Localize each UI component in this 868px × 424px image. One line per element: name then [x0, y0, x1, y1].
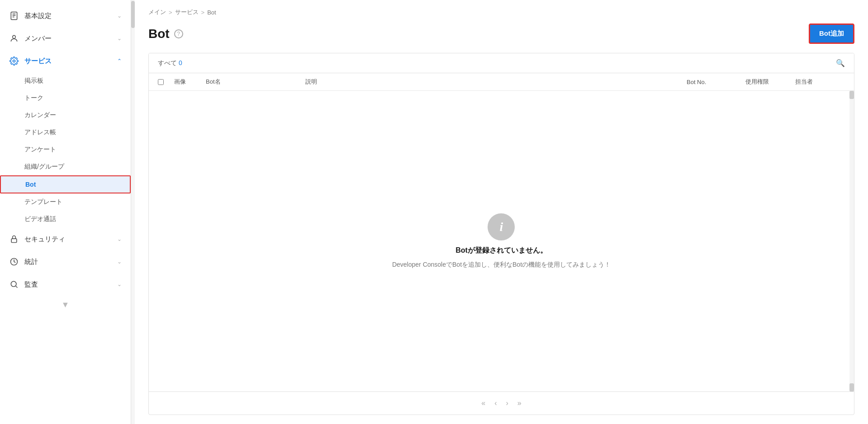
sidebar-label-member: メンバー: [24, 34, 52, 43]
pagination-next[interactable]: ›: [503, 398, 511, 408]
sidebar-sub-calendar[interactable]: カレンダー: [0, 107, 131, 124]
breadcrumb-sep-2: >: [201, 9, 205, 16]
col-owner: 担当者: [795, 78, 845, 86]
sidebar-sub-video[interactable]: ビデオ通話: [0, 211, 131, 228]
lock-icon: [9, 234, 19, 244]
col-description: 説明: [305, 78, 687, 86]
sidebar: 基本設定 ⌄ メンバー ⌄ サービス ⌃ 掲示板 トーク カレンダー アドレス帳…: [0, 0, 131, 424]
col-permission: 使用権限: [745, 78, 795, 86]
pagination: « ‹ › »: [149, 391, 854, 415]
chevron-up-icon: ⌃: [117, 58, 122, 64]
chevron-down-icon: ⌄: [117, 236, 122, 242]
col-botno: Bot No.: [687, 78, 745, 86]
chevron-down-icon: ⌄: [117, 281, 122, 287]
page-title-area: Bot ?: [148, 27, 183, 41]
tab-all[interactable]: すべて0: [158, 59, 182, 67]
sidebar-item-kihon[interactable]: 基本設定 ⌄: [0, 5, 131, 27]
chevron-down-icon: ⌄: [117, 13, 122, 19]
sidebar-item-member[interactable]: メンバー ⌄: [0, 27, 131, 50]
search-circle-icon: [9, 279, 19, 289]
svg-point-5: [13, 60, 15, 62]
select-all-checkbox[interactable]: [158, 79, 164, 85]
sidebar-item-security[interactable]: セキュリティ ⌄: [0, 228, 131, 250]
sidebar-scrollbar-thumb[interactable]: [131, 1, 135, 28]
pagination-last[interactable]: »: [515, 398, 524, 408]
sidebar-sub-org[interactable]: 組織/グループ: [0, 158, 131, 175]
scrollbar-thumb-top[interactable]: [849, 91, 854, 99]
add-bot-button[interactable]: Bot追加: [809, 24, 854, 44]
svg-point-8: [11, 281, 16, 287]
sidebar-item-monitor[interactable]: 監査 ⌄: [0, 273, 131, 296]
empty-title: Botが登録されていません。: [455, 246, 547, 255]
sidebar-label-kihon: 基本設定: [24, 12, 52, 20]
sidebar-label-service: サービス: [24, 57, 52, 66]
col-botname: Bot名: [206, 78, 305, 86]
svg-line-9: [16, 286, 18, 288]
breadcrumb: メイン > サービス > Bot: [135, 0, 868, 20]
help-icon[interactable]: ?: [174, 29, 183, 38]
col-image: 画像: [174, 78, 206, 86]
sidebar-scrollbar[interactable]: [131, 0, 135, 424]
breadcrumb-bot: Bot: [207, 9, 216, 16]
svg-rect-6: [11, 239, 17, 242]
col-checkbox: [158, 78, 174, 86]
pagination-first[interactable]: «: [479, 398, 488, 408]
sidebar-sub-keijiban[interactable]: 掲示板: [0, 72, 131, 90]
sidebar-item-service[interactable]: サービス ⌃: [0, 50, 131, 72]
pagination-prev[interactable]: ‹: [492, 398, 499, 408]
chevron-down-icon: ⌄: [117, 35, 122, 42]
tab-all-label: すべて: [158, 59, 177, 66]
table-header: 画像 Bot名 説明 Bot No. 使用権限 担当者: [149, 73, 854, 91]
empty-state: i Botが登録されていません。 Developer ConsoleでBotを追…: [374, 195, 629, 287]
sidebar-sub-template[interactable]: テンプレート: [0, 193, 131, 211]
sidebar-sub-anketo[interactable]: アンケート: [0, 141, 131, 158]
sidebar-sub-address[interactable]: アドレス帳: [0, 124, 131, 141]
person-icon: [9, 33, 19, 43]
sidebar-label-security: セキュリティ: [24, 235, 65, 244]
sidebar-sub-bot[interactable]: Bot: [0, 175, 131, 193]
table-body: i Botが登録されていません。 Developer ConsoleでBotを追…: [149, 91, 854, 391]
table-scrollbar[interactable]: [849, 91, 854, 391]
scroll-indicator: ▼: [0, 296, 131, 314]
search-icon[interactable]: 🔍: [836, 59, 845, 67]
chart-icon: [9, 257, 19, 267]
page-title: Bot: [148, 27, 170, 41]
content-area: すべて0 🔍 画像 Bot名 説明 Bot No. 使用権限 担当者: [148, 53, 854, 415]
empty-info-icon: i: [488, 213, 515, 240]
sidebar-label-stats: 統計: [24, 258, 38, 266]
tab-all-count: 0: [179, 59, 182, 66]
sidebar-label-monitor: 監査: [24, 280, 38, 289]
document-icon: [9, 11, 19, 21]
svg-point-4: [13, 35, 16, 38]
tab-bar: すべて0 🔍: [149, 53, 854, 73]
page-header: Bot ? Bot追加: [135, 20, 868, 53]
breadcrumb-sep-1: >: [169, 9, 172, 16]
breadcrumb-service: サービス: [175, 8, 199, 16]
empty-description: Developer ConsoleでBotを追加し、便利なBotの機能を使用して…: [392, 261, 611, 269]
breadcrumb-main: メイン: [148, 8, 166, 16]
gear-icon: [9, 56, 19, 66]
sidebar-sub-talk[interactable]: トーク: [0, 90, 131, 107]
sidebar-item-stats[interactable]: 統計 ⌄: [0, 250, 131, 273]
scrollbar-thumb-bottom[interactable]: [849, 383, 854, 391]
chevron-down-icon: ⌄: [117, 259, 122, 265]
main-content: メイン > サービス > Bot Bot ? Bot追加 すべて0 🔍 画像 B…: [135, 0, 868, 424]
